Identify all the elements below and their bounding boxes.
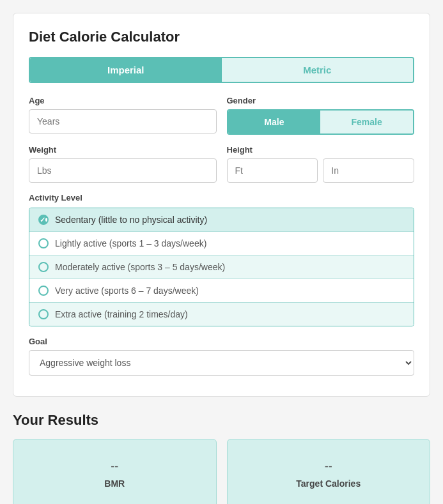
age-label: Age (29, 96, 217, 105)
height-label: Height (227, 145, 415, 155)
height-group: Height (227, 145, 415, 183)
unit-toggle: Imperial Metric (29, 57, 414, 83)
bmr-value: -- (111, 460, 118, 473)
activity-very-label: Very active (sports 6 – 7 days/week) (55, 286, 199, 296)
activity-option-lightly[interactable]: Lightly active (sports 1 – 3 days/week) (29, 232, 414, 256)
weight-input[interactable] (29, 158, 217, 183)
weight-height-row: Weight Height (29, 145, 414, 183)
age-group: Age (29, 96, 217, 134)
bmr-label: BMR (104, 478, 125, 489)
age-input[interactable] (29, 109, 217, 134)
gender-label: Gender (227, 96, 415, 105)
results-row: -- BMR -- Target Calories (13, 439, 430, 504)
metric-button[interactable]: Metric (222, 58, 414, 82)
radio-moderately (38, 262, 49, 272)
activity-option-moderately[interactable]: Moderately active (sports 3 – 5 days/wee… (29, 256, 414, 279)
radio-extra (38, 309, 49, 319)
results-section: Your Results -- BMR -- Target Calories (13, 412, 430, 504)
gender-group: Gender Male Female (227, 96, 415, 135)
age-gender-row: Age Gender Male Female (29, 96, 414, 135)
weight-label: Weight (29, 145, 217, 155)
activity-option-extra[interactable]: Extra active (training 2 times/day) (29, 303, 414, 326)
goal-label: Goal (29, 337, 414, 346)
weight-group: Weight (29, 145, 217, 183)
target-calories-value: -- (325, 460, 332, 473)
activity-label: Activity Level (29, 193, 414, 202)
results-title: Your Results (13, 412, 430, 429)
radio-sedentary: ✓ (38, 215, 49, 225)
bmr-card: -- BMR (13, 439, 217, 504)
target-calories-card: -- Target Calories (227, 439, 431, 504)
target-calories-label: Target Calories (296, 478, 361, 489)
activity-extra-label: Extra active (training 2 times/day) (55, 309, 188, 319)
radio-lightly (38, 238, 49, 248)
check-icon: ✓ (40, 216, 45, 224)
imperial-button[interactable]: Imperial (30, 58, 222, 82)
goal-select[interactable]: Aggressive weight loss Moderate weight l… (29, 350, 414, 376)
activity-sedentary-label: Sedentary (little to no physical activit… (55, 215, 207, 225)
activity-option-sedentary[interactable]: ✓ Sedentary (little to no physical activ… (29, 208, 414, 232)
activity-lightly-label: Lightly active (sports 1 – 3 days/week) (55, 238, 206, 248)
activity-moderately-label: Moderately active (sports 3 – 5 days/wee… (55, 262, 225, 272)
activity-options: ✓ Sedentary (little to no physical activ… (29, 208, 414, 326)
calculator-card: Diet Calorie Calculator Imperial Metric … (13, 13, 430, 397)
radio-very (38, 286, 49, 296)
male-button[interactable]: Male (228, 111, 321, 134)
height-inputs (227, 158, 415, 183)
goal-section: Goal Aggressive weight loss Moderate wei… (29, 337, 414, 376)
gender-toggle: Male Female (227, 109, 415, 135)
height-ft-input[interactable] (227, 158, 318, 183)
height-in-input[interactable] (323, 158, 414, 183)
page-wrapper: Diet Calorie Calculator Imperial Metric … (13, 13, 430, 504)
calculator-title: Diet Calorie Calculator (29, 29, 414, 45)
female-button[interactable]: Female (320, 111, 413, 134)
activity-section: Activity Level ✓ Sedentary (little to no… (29, 193, 414, 326)
activity-option-very[interactable]: Very active (sports 6 – 7 days/week) (29, 279, 414, 303)
